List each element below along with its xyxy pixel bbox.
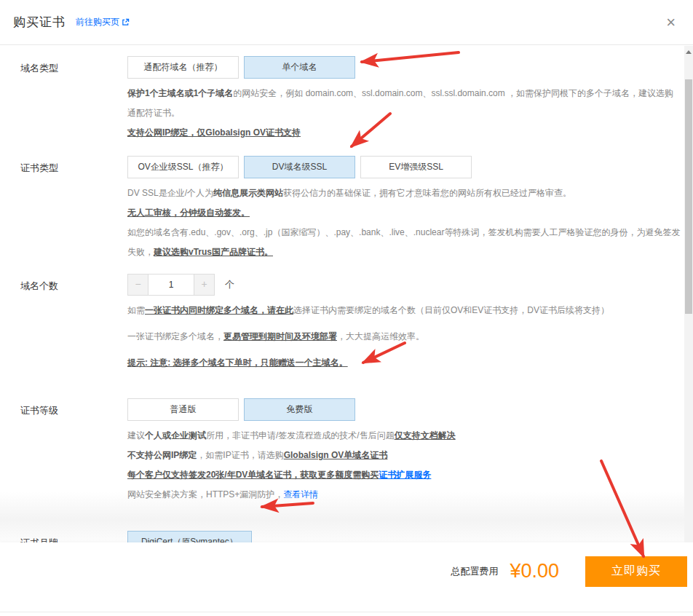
row-label: 证书类型 (20, 156, 127, 262)
go-to-purchase-page-link[interactable]: 前往购买页 (76, 16, 130, 28)
row-label: 域名个数 (20, 274, 127, 379)
text-segment: 仅支持文档解决 (395, 430, 456, 441)
text-segment: 获得公信力的基础保证，拥有它才意味着您的网站所有权已经过严格审查。 (283, 188, 571, 198)
domain-count-unit: 个 (225, 278, 234, 291)
purchase-page-link-label: 前往购买页 (76, 16, 119, 28)
row-label: 域名类型 (20, 56, 127, 143)
text-segment: ，大大提高运维效率。 (337, 331, 424, 341)
close-icon[interactable]: × (663, 13, 678, 32)
description-line: 无人工审核，分钟级自动签发。 (127, 203, 681, 223)
text-segment: 一张证书绑定多个域名， (127, 331, 223, 341)
description-line: 支持公网IP绑定，仅Globalsign OV证书支持 (127, 123, 681, 143)
row-domain-type: 域名类型 通配符域名（推荐） 单个域名 保护1个主域名或1个子域名的网站安全，例… (20, 56, 684, 143)
text-segment: 无人工审核，分钟级自动签发。 (127, 208, 250, 218)
option-ov-ssl[interactable]: OV企业级SSL（推荐） (127, 156, 239, 178)
description-line: 保护1个主域名或1个子域名的网站安全，例如 domain.com、ssl.dom… (127, 84, 681, 123)
description-line: DV SSL是企业/个人为纯信息展示类网站获得公信力的基础保证，拥有它才意味着您… (127, 183, 681, 203)
description-line: 建议个人或企业测试所用，非证书申请/签发流程造成的技术/售后问题仅支持文档解决 (127, 426, 681, 446)
text-segment: Globalsign OV单域名证书 (284, 450, 388, 460)
dialog-header: 购买证书 前往购买页 × (0, 0, 693, 45)
description-line: 提示: 注意: 选择多个域名下单时，只能赠送一个主域名。 (127, 353, 681, 373)
inline-link[interactable]: 查看详情 (283, 489, 318, 499)
dialog-body: 域名类型 通配符域名（推荐） 单个域名 保护1个主域名或1个子域名的网站安全，例… (0, 45, 693, 585)
purchase-certificate-dialog: 购买证书 前往购买页 × 域名类型 通配符域名（推荐） 单个域名 保护1个主域名… (0, 0, 693, 616)
description-line: 每个客户仅支持签发20张/年DV单域名证书，获取更多额度需购买证书扩展服务 (127, 465, 681, 485)
domain-count-description: 如需一张证书内同时绑定多个域名，请在此选择证书内需要绑定的域名个数（目前仅OV和… (127, 301, 681, 373)
row-domain-count: 域名个数 − + 个 如需一张证书内同时绑定多个域名，请在此选择证书内需要绑定的… (20, 274, 684, 379)
option-ev-ssl[interactable]: EV增强级SSL (360, 156, 472, 178)
text-segment: 网站安全解决方案，HTTPS+漏洞防护， (127, 489, 283, 499)
option-wildcard-domain[interactable]: 通配符域名（推荐） (127, 56, 239, 79)
option-standard-edition[interactable]: 普通版 (127, 398, 239, 421)
stepper-minus-button[interactable]: − (128, 275, 148, 295)
row-cert-level: 证书等级 普通版 免费版 建议个人或企业测试所用，非证书申请/签发流程造成的技术… (20, 398, 684, 505)
cert-level-description: 建议个人或企业测试所用，非证书申请/签发流程造成的技术/售后问题仅支持文档解决不… (127, 426, 681, 505)
text-segment: 所用，非证书申请/签发流程造成的技术/售后问题 (206, 430, 395, 441)
text-segment: 纯信息展示类网站 (213, 188, 283, 198)
text-segment: 选择证书内需要绑定的域名个数（目前仅OV和EV证书支持，DV证书后续将支持） (293, 305, 609, 315)
text-segment: 建议选购vTrus国产品牌证书。 (154, 247, 273, 257)
option-single-domain[interactable]: 单个域名 (244, 56, 355, 79)
text-segment: DV SSL是企业/个人为 (127, 188, 213, 198)
scrollbar-up-arrow-icon[interactable] (686, 50, 692, 54)
cert-level-options: 普通版 免费版 (127, 398, 681, 421)
total-fee-label: 总配置费用 (451, 565, 498, 578)
text-segment: 支持公网IP绑定，仅Globalsign OV证书支持 (127, 127, 301, 138)
domain-count-input[interactable] (148, 275, 194, 295)
text-segment: 每个客户仅支持签发20张/年DV单域名证书，获取更多额度需购买 (127, 470, 379, 480)
domain-count-stepper: − + (127, 274, 215, 296)
description-line: 一张证书绑定多个域名，更易管理到期时间及环境部署，大大提高运维效率。 (127, 327, 681, 347)
text-segment: 建议 (127, 430, 145, 441)
description-line: 不支持公网IP绑定，如需IP证书，请选购Globalsign OV单域名证书 (127, 446, 681, 465)
external-link-icon (122, 18, 130, 26)
domain-type-options: 通配符域名（推荐） 单个域名 (127, 56, 681, 79)
text-segment: 保护1个主域名或1个子域名 (127, 88, 233, 98)
description-line: 如需一张证书内同时绑定多个域名，请在此选择证书内需要绑定的域名个数（目前仅OV和… (127, 301, 681, 320)
cert-type-description: DV SSL是企业/个人为纯信息展示类网站获得公信力的基础保证，拥有它才意味着您… (127, 183, 681, 262)
text-segment: ，如需IP证书，请选购 (197, 450, 283, 460)
dialog-footer: 总配置费用 ¥0.00 立即购买 (0, 542, 693, 616)
domain-type-description: 保护1个主域名或1个子域名的网站安全，例如 domain.com、ssl.dom… (127, 84, 681, 143)
text-segment: 更易管理到期时间及环境部署 (223, 331, 337, 341)
dialog-title: 购买证书 (13, 14, 66, 31)
row-cert-type: 证书类型 OV企业级SSL（推荐） DV域名级SSL EV增强级SSL DV S… (20, 156, 684, 262)
inline-link[interactable]: 证书扩展服务 (379, 470, 431, 480)
option-free-edition[interactable]: 免费版 (244, 398, 355, 421)
option-dv-ssl[interactable]: DV域名级SSL (244, 156, 355, 178)
cert-type-options: OV企业级SSL（推荐） DV域名级SSL EV增强级SSL (127, 156, 681, 178)
text-segment: 提示: 注意: 选择多个域名下单时，只能赠送一个主域名。 (127, 358, 348, 368)
text-segment: 一张证书内同时绑定多个域名，请在此 (145, 305, 293, 315)
total-price: ¥0.00 (510, 560, 559, 583)
description-line: 网站安全解决方案，HTTPS+漏洞防护，查看详情 (127, 485, 681, 505)
scrollbar-thumb[interactable] (685, 79, 692, 314)
description-line: 如您的域名含有.edu、.gov、.org、.jp（国家缩写）、.pay、.ba… (127, 223, 681, 262)
text-segment: 不支持公网IP绑定 (127, 450, 197, 460)
row-label: 证书等级 (20, 398, 127, 505)
stepper-plus-button[interactable]: + (194, 275, 214, 295)
scrollbar[interactable] (684, 46, 693, 542)
text-segment: 如需 (127, 305, 145, 315)
buy-now-button[interactable]: 立即购买 (585, 556, 687, 587)
text-segment: 个人或企业测试 (145, 430, 206, 441)
